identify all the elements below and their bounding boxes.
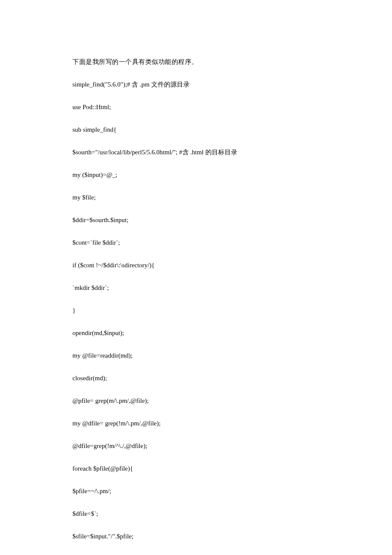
code-line: `mkdir $ddir`; (72, 283, 320, 292)
code-line: my ($input)=@_; (72, 171, 320, 179)
code-line: $sfile=$input."/".$pfile; (72, 532, 320, 541)
code-line: $pfile=~/\.pm/; (72, 487, 320, 496)
code-line: my $file; (72, 193, 320, 202)
code-line: @pfile= grep(m/\.pm/,@file); (72, 396, 320, 405)
document-content: 下面是我所写的一个具有类似功能的程序。 simple_find("5.6.0")… (72, 58, 320, 541)
code-line: $sourth="/usr/local/lib/perl5/5.6.0html/… (72, 148, 320, 157)
code-line: foreach $pfile(@pfile){ (72, 464, 320, 473)
code-line: $dfile=$`; (72, 509, 320, 518)
code-line: simple_find("5.6.0");# 含 .pm 文件的源目录 (72, 80, 320, 89)
code-line: use Pod::Html; (72, 103, 320, 112)
code-line: closedir(md); (72, 374, 320, 383)
code-line: sub simple_find{ (72, 125, 320, 134)
code-line: $cont=`file $ddir`; (72, 238, 320, 247)
code-line: } (72, 306, 320, 315)
code-line: $ddir=$sourth.$input; (72, 216, 320, 225)
code-line: my @file=readdir(md); (72, 351, 320, 360)
code-line: if ($cont !~/$ddir\:\sdirectory/){ (72, 261, 320, 270)
code-line: opendir(md,$input); (72, 329, 320, 338)
intro-text: 下面是我所写的一个具有类似功能的程序。 (72, 58, 320, 66)
code-line: my @dfile= grep(!m/\.pm/,@file); (72, 419, 320, 428)
code-line: @dfile=grep(!m/^\./,@dfile); (72, 442, 320, 451)
